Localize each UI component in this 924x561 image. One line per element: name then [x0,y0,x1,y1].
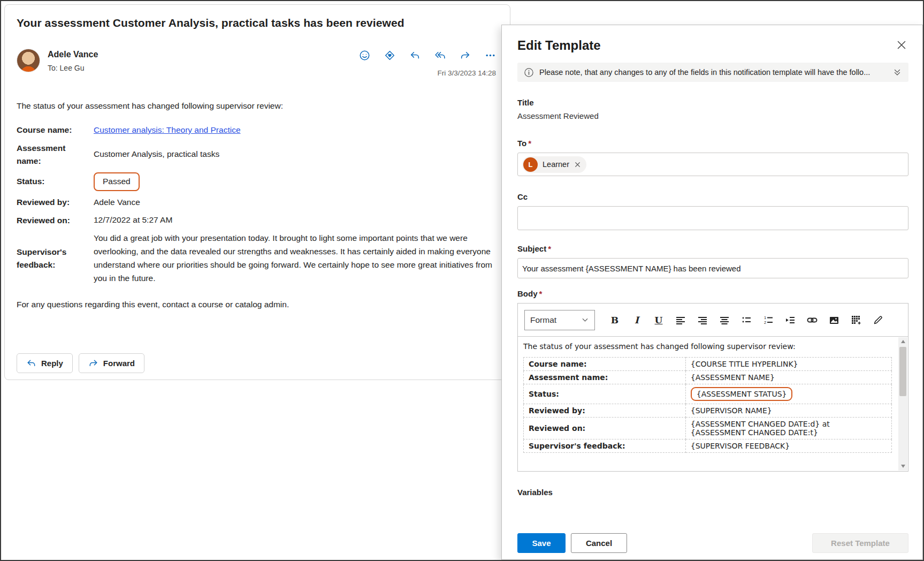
svg-text:2: 2 [764,320,766,324]
image-icon[interactable] [829,315,839,325]
numbered-list-icon[interactable]: 12 [763,315,774,325]
email-reading-pane: Your assessment Customer Analysis, pract… [4,4,510,380]
body-field-label: Body* [517,289,908,298]
forward-icon [88,358,98,368]
reset-template-button[interactable]: Reset Template [812,533,908,553]
title-field-value: Assessment Reviewed [517,111,908,120]
required-marker: * [528,139,531,148]
notice-bar[interactable]: Please note, that any changes to any of … [517,63,908,82]
to-field-label: To* [517,139,908,148]
align-center-icon[interactable] [719,315,730,325]
required-marker: * [539,289,543,298]
email-details: Course name: Customer analysis: Theory a… [17,124,500,285]
title-field-label: Title [517,98,908,107]
sender-name[interactable]: Adele Vance [48,50,98,59]
italic-icon[interactable]: I [631,315,642,325]
table-row: Reviewed on: {ASSESSMENT CHANGED DATE:d}… [524,418,892,439]
detail-row-feedback: Supervisor's feedback: You did a great j… [17,232,500,285]
notice-text: Please note, that any changes to any of … [539,68,887,77]
remove-chip-icon[interactable] [574,161,581,168]
recipient-chip[interactable]: L Learner [522,156,586,173]
email-footer-note: For any questions regarding this event, … [17,300,500,309]
save-button[interactable]: Save [517,533,566,553]
table-row: Supervisor's feedback: {SUPERVISOR FEEDB… [524,439,892,453]
reply-button[interactable]: Reply [17,353,73,373]
forward-button[interactable]: Forward [79,353,144,373]
sender-avatar[interactable] [17,49,40,72]
double-chevron-down-icon[interactable] [892,67,902,77]
editor-intro: The status of your assessment has change… [523,342,892,351]
indent-icon[interactable] [785,315,796,325]
detail-row-assessment: Assessment name: Customer Analysis, prac… [17,142,500,168]
cancel-button[interactable]: Cancel [571,533,627,553]
recipient-line[interactable]: To: Lee Gu [48,64,98,72]
detail-row-reviewed-by: Reviewed by: Adele Vance [17,196,500,209]
email-intro: The status of your assessment has change… [17,101,500,111]
course-link[interactable]: Customer analysis: Theory and Practice [94,125,241,134]
emoji-reaction-icon[interactable] [359,50,370,61]
align-left-icon[interactable] [675,315,686,325]
close-icon[interactable] [896,39,907,51]
to-input[interactable]: L Learner [517,153,908,176]
reply-icon[interactable] [409,50,421,61]
editor-scrollbar[interactable] [898,337,907,471]
required-marker: * [548,244,551,253]
link-icon[interactable] [807,315,818,325]
scrollbar-thumb[interactable] [899,347,906,396]
chip-avatar: L [523,157,538,172]
cc-field-label: Cc [517,192,908,201]
detail-row-course: Course name: Customer analysis: Theory a… [17,124,500,137]
table-row: Status: {ASSESSMENT STATUS} [524,384,892,404]
format-dropdown[interactable]: Format [524,310,595,330]
bullet-list-icon[interactable] [741,315,752,325]
reply-all-icon[interactable] [434,50,446,61]
email-header: Adele Vance To: Lee Gu Fri 3/3/2023 [17,49,500,72]
email-subject: Your assessment Customer Analysis, pract… [17,17,500,29]
scroll-up-icon[interactable] [898,337,907,346]
template-variables-table: Course name: {COURSE TITLE HYPERLINK} As… [523,357,892,453]
edit-template-dialog: Edit Template Please note, that any chan… [501,25,923,560]
table-row: Reviewed by: {SUPERVISOR NAME} [524,404,892,418]
message-actions [359,50,496,61]
dialog-title: Edit Template [517,38,908,53]
subject-field-label: Subject* [517,244,908,253]
chip-name: Learner [543,160,569,169]
detail-row-reviewed-on: Reviewed on: 12/7/2022 at 5:27 AM [17,214,500,227]
align-right-icon[interactable] [697,315,708,325]
status-highlight-box: Passed [94,172,140,191]
table-row: Course name: {COURSE TITLE HYPERLINK} [524,358,892,371]
chevron-down-icon [581,316,589,324]
detail-row-status: Status: Passed [17,172,500,191]
editor-content-area[interactable]: The status of your assessment has change… [518,337,908,471]
editor-toolbar: Format B I U 12 [518,304,908,337]
variables-section-label[interactable]: Variables [517,488,908,497]
table-row: Assessment name: {ASSESSMENT NAME} [524,371,892,384]
underline-icon[interactable]: U [653,315,664,325]
email-date: Fri 3/3/2023 14:28 [437,69,496,77]
rich-text-editor: Format B I U 12 [517,303,908,472]
forward-icon[interactable] [460,50,471,61]
more-icon[interactable] [485,50,496,61]
scroll-down-icon[interactable] [898,462,907,471]
reply-icon [26,358,36,368]
bold-icon[interactable]: B [609,315,620,325]
status-variable-highlight-box: {ASSESSMENT STATUS} [691,387,793,401]
subject-input[interactable]: Your assessment {ASSESSMENT NAME} has be… [517,258,908,278]
pencil-icon[interactable] [873,315,883,325]
table-icon[interactable] [851,315,861,325]
info-icon [524,67,534,78]
praise-icon[interactable] [384,50,395,61]
cc-input[interactable] [517,206,908,230]
